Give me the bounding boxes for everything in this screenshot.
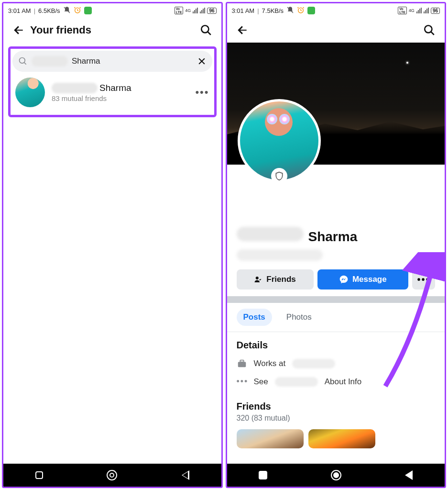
network-label: 4G	[185, 8, 191, 13]
friend-more-button[interactable]: •••	[195, 86, 209, 99]
redacted-firstname	[237, 227, 304, 241]
messenger-icon	[339, 275, 349, 284]
profile-name: Sharma	[308, 229, 358, 245]
volte-icon: VoLTE	[398, 7, 407, 14]
friends-title: Friends	[237, 401, 436, 412]
nav-home[interactable]	[107, 470, 117, 480]
app-badge-icon	[84, 7, 92, 14]
friend-result-row[interactable]: Sharma 83 mutual friends •••	[12, 72, 212, 113]
friend-tile[interactable]	[308, 429, 375, 448]
redacted-firstname	[52, 83, 98, 93]
android-nav-bar	[227, 464, 445, 487]
tab-posts[interactable]: Posts	[237, 309, 272, 326]
profile-tabs: Posts Photos	[237, 303, 436, 332]
nav-home[interactable]	[331, 470, 341, 480]
divider	[227, 332, 445, 332]
page-title: Your friends	[30, 24, 91, 36]
alarm-icon	[74, 6, 81, 15]
detail-work[interactable]: Works at	[237, 358, 436, 369]
search-button[interactable]	[197, 22, 215, 39]
svg-rect-13	[238, 362, 246, 367]
more-dots-icon: •••	[237, 377, 247, 387]
signal-icon-2	[200, 8, 205, 13]
mutual-friends-label: 83 mutual friends	[52, 94, 188, 102]
battery-icon: 96	[207, 8, 216, 14]
detail-about[interactable]: ••• See About Info	[237, 377, 436, 387]
redacted-about-name	[275, 377, 318, 387]
clear-icon[interactable]	[197, 56, 207, 66]
highlight-annotation: Sharma 83 mutual friends •••	[8, 46, 217, 117]
redacted-workplace	[292, 359, 335, 368]
status-speed: 7.5KB/s	[262, 7, 284, 14]
svg-line-5	[24, 63, 26, 65]
network-label: 4G	[409, 8, 415, 13]
profile-more-button[interactable]: •••	[412, 269, 435, 290]
svg-point-4	[20, 58, 25, 64]
friends-button[interactable]: Friends	[237, 269, 314, 290]
app-header	[227, 18, 445, 43]
status-speed: 6.5KB/s	[38, 7, 60, 14]
status-time: 3:01 AM	[232, 7, 255, 14]
search-icon	[18, 56, 28, 66]
svg-line-11	[431, 32, 434, 35]
redacted-text	[32, 56, 68, 67]
app-badge-icon	[307, 7, 315, 14]
signal-icon-2	[424, 8, 429, 13]
tab-photos[interactable]: Photos	[280, 309, 318, 326]
redacted-subtitle	[237, 249, 323, 261]
friend-name: Sharma	[99, 83, 131, 93]
svg-rect-14	[240, 360, 243, 362]
phone-left: 3:01 AM | 6.5KB/s VoLTE 4G 96	[2, 2, 223, 488]
section-separator	[227, 296, 445, 303]
friend-tile[interactable]	[237, 429, 304, 448]
svg-point-12	[256, 277, 259, 279]
phone-right: 3:01 AM | 7.5KB/s VoLTE 4G 96	[226, 2, 447, 488]
back-button[interactable]	[234, 22, 251, 39]
search-button[interactable]	[421, 22, 438, 39]
android-nav-bar	[3, 464, 221, 487]
back-button[interactable]	[10, 22, 27, 39]
profile-body: Sharma Friends Message ••• Posts Photos	[227, 165, 445, 448]
friends-grid	[237, 429, 436, 448]
signal-icon	[193, 8, 198, 13]
app-header: Your friends	[3, 18, 221, 43]
mute-icon	[63, 6, 71, 15]
status-bar: 3:01 AM | 7.5KB/s VoLTE 4G 96	[227, 3, 445, 18]
signal-icon	[416, 8, 422, 13]
nav-back[interactable]	[181, 470, 189, 480]
friend-search-field[interactable]	[12, 51, 212, 72]
friends-subtitle: 320 (83 mutual)	[237, 414, 436, 423]
briefcase-icon	[237, 358, 247, 369]
nav-recents[interactable]	[35, 471, 43, 479]
svg-point-10	[425, 25, 432, 33]
nav-back[interactable]	[405, 470, 413, 480]
mute-icon	[286, 6, 294, 15]
friends-icon	[254, 275, 262, 284]
battery-icon: 96	[431, 8, 440, 14]
status-bar: 3:01 AM | 6.5KB/s VoLTE 4G 96	[3, 3, 221, 18]
status-time: 3:01 AM	[8, 7, 31, 14]
nav-recents[interactable]	[259, 471, 267, 479]
details-title: Details	[237, 340, 436, 351]
svg-line-3	[208, 32, 211, 35]
message-button[interactable]: Message	[317, 269, 408, 290]
friend-avatar[interactable]	[15, 78, 45, 107]
volte-icon: VoLTE	[175, 7, 184, 14]
search-input[interactable]	[72, 56, 193, 66]
svg-point-2	[201, 25, 208, 33]
alarm-icon	[297, 6, 305, 15]
